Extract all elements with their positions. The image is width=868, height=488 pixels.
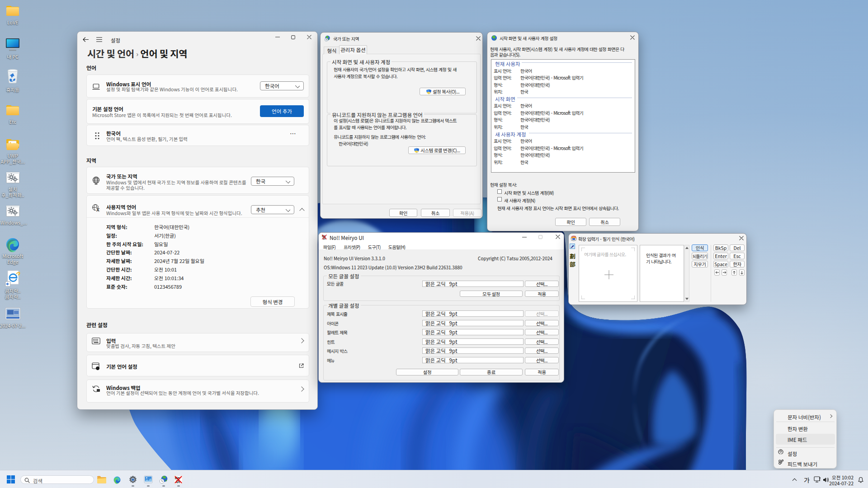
svg-text:A: A [96, 207, 99, 212]
